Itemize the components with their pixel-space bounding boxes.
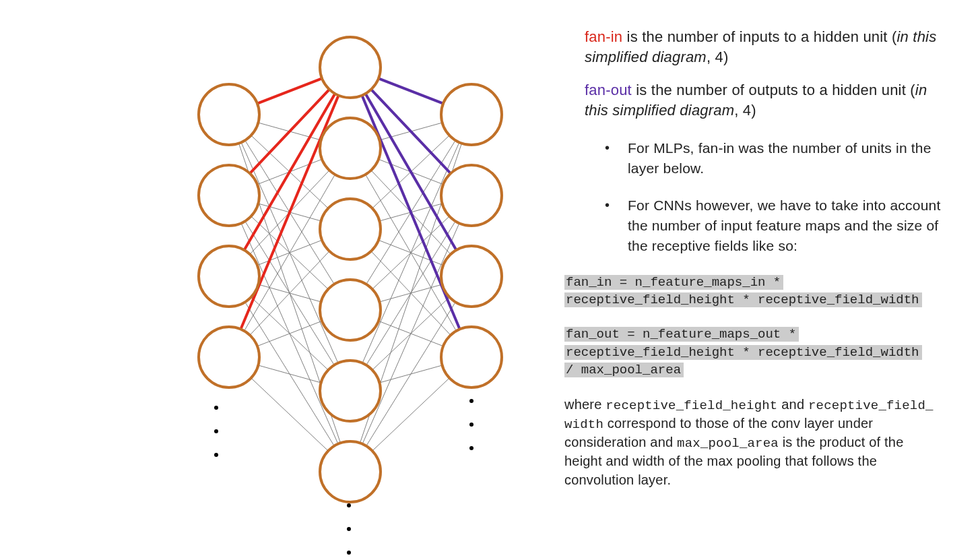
fanout-definition: fan-out is the number of outputs to a hi…: [585, 80, 942, 120]
svg-line-47: [372, 378, 450, 451]
svg-point-76: [347, 503, 351, 507]
svg-line-23: [251, 378, 329, 451]
svg-point-69: [441, 327, 502, 387]
slide: fan-in is the number of inputs to a hidd…: [0, 0, 980, 560]
code-fanout: fan_out = n_feature_maps_out * receptive…: [564, 325, 942, 379]
svg-point-68: [441, 246, 502, 307]
svg-point-72: [214, 453, 218, 457]
svg-line-52: [379, 78, 443, 103]
svg-line-45: [362, 223, 459, 444]
fanout-tail: , 4): [734, 102, 756, 119]
svg-point-78: [347, 551, 351, 555]
svg-point-77: [347, 527, 351, 531]
bullet-cnn: For CNNs however, we have to take into a…: [605, 195, 942, 255]
fanin-definition: fan-in is the number of inputs to a hidd…: [585, 27, 942, 67]
code-fanout-line3: / max_pool_area: [564, 363, 684, 377]
svg-point-73: [469, 399, 473, 403]
fanin-term: fan-in: [585, 28, 622, 45]
svg-point-66: [441, 84, 502, 145]
svg-point-70: [214, 406, 218, 410]
explain-code1: receptive_field_height: [606, 398, 777, 413]
fanin-tail: , 4): [707, 49, 729, 65]
svg-point-65: [320, 441, 381, 502]
text-column: fan-in is the number of inputs to a hidd…: [564, 27, 942, 490]
explain-mid1: and: [777, 397, 808, 412]
bullet-list: For MLPs, fan-in was the number of units…: [605, 138, 942, 256]
network-diagram: [172, 27, 529, 559]
svg-point-62: [320, 199, 381, 259]
code-fanin-line2: receptive_field_height * receptive_field…: [564, 292, 922, 307]
svg-point-61: [320, 118, 381, 179]
svg-line-21: [257, 321, 322, 346]
svg-point-59: [199, 327, 259, 387]
fanin-text: is the number of inputs to a hidden unit…: [622, 28, 896, 45]
svg-point-60: [320, 37, 381, 98]
svg-point-71: [214, 429, 218, 433]
code-fanout-line1: fan_out = n_feature_maps_out *: [564, 327, 799, 342]
svg-line-22: [258, 365, 321, 383]
svg-point-57: [199, 165, 259, 226]
code-fanin-line1: fan_in = n_feature_maps_in *: [564, 275, 783, 290]
fanout-term: fan-out: [585, 82, 632, 98]
svg-line-48: [257, 78, 322, 103]
explain-pre: where: [564, 397, 606, 412]
code-fanin: fan_in = n_feature_maps_in * receptive_f…: [564, 274, 942, 309]
explain-paragraph: where receptive_field_height and recepti…: [564, 396, 942, 490]
svg-point-74: [469, 423, 473, 427]
svg-point-64: [320, 361, 381, 421]
svg-point-75: [469, 446, 473, 450]
svg-point-58: [199, 246, 259, 307]
bullet-mlp: For MLPs, fan-in was the number of units…: [605, 138, 942, 179]
svg-line-40: [362, 142, 459, 363]
code-fanout-line2: receptive_field_height * receptive_field…: [564, 345, 922, 360]
network-svg: [172, 27, 529, 560]
svg-point-67: [441, 165, 502, 226]
fanout-text: is the number of outputs to a hidden uni…: [632, 82, 915, 98]
svg-point-63: [320, 280, 381, 340]
explain-code3: max_pool_area: [677, 436, 779, 451]
svg-point-56: [199, 84, 259, 145]
